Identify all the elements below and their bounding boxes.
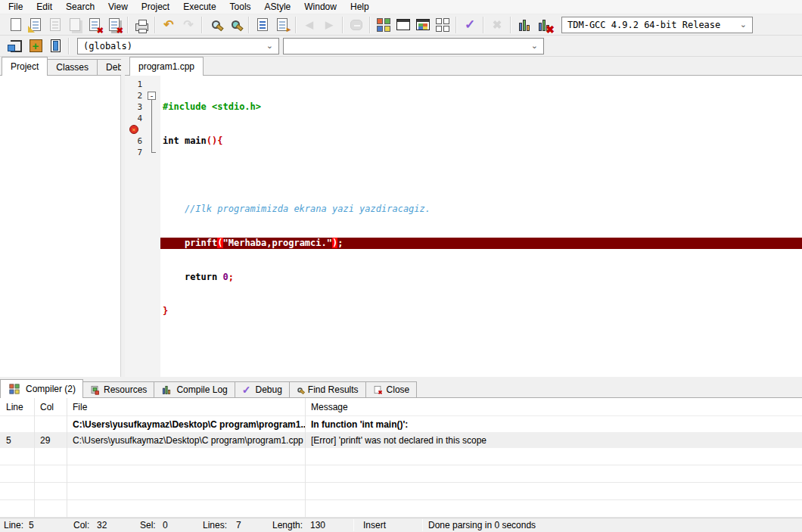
tab-debug-panel[interactable]: ✓ Debug [235, 381, 290, 397]
status-sel-label: Sel: [140, 520, 156, 530]
run-button[interactable] [393, 16, 413, 34]
tab-compiler[interactable]: Compiler (2) [0, 379, 83, 398]
goto-line-button[interactable] [253, 16, 272, 34]
undo-icon: ↶ [163, 19, 173, 31]
close-all-button[interactable]: ✖ [104, 16, 124, 34]
editor-tab-label: program1.cpp [138, 61, 194, 72]
delete-profiling-x-icon: ✖ [546, 24, 555, 35]
column-header-message[interactable]: Message [305, 402, 802, 412]
close-project-icon [11, 40, 22, 52]
back-button: ◀ [300, 16, 319, 34]
code-line-1: #include <stdio.h> [160, 101, 802, 113]
menu-help[interactable]: Help [343, 1, 376, 14]
globals-select[interactable]: (globals) ⌄ [77, 38, 279, 54]
profile-button[interactable] [514, 16, 534, 34]
syntax-check-button[interactable]: ✓ [460, 16, 480, 34]
abort-compilation-button: ✖ [487, 16, 507, 34]
remove-from-project-button[interactable] [45, 37, 65, 55]
remove-from-project-icon [51, 39, 61, 52]
cell-message: In function 'int main()': [305, 419, 802, 430]
save-button [45, 16, 65, 34]
undo-button[interactable]: ↶ [159, 16, 179, 34]
code-area[interactable]: #include <stdio.h> int main(){ //Ilk pro… [160, 76, 802, 377]
column-header-file[interactable]: File [67, 402, 305, 412]
main-toolbar: ✖ ✖ ↶ ↷ ▸ ◀ ▶ ✓ ✖ ✖ TDM-GCC 4.9.2 64-bit… [0, 14, 802, 36]
bottom-panel-tabs: Compiler (2) Resources Compile Log ✓ Deb… [0, 379, 802, 398]
compile-log-tab-icon [163, 385, 170, 394]
project-panel-tabs: Project Classes Debug [0, 57, 121, 76]
close-file-button[interactable]: ✖ [85, 16, 104, 34]
resources-tab-icon [92, 386, 98, 394]
empty-row [0, 465, 802, 483]
editor[interactable]: 1 2- 3 4 ✕ 6 7 #include <stdio.h> int ma… [125, 76, 802, 377]
editor-tabs: program1.cpp [125, 57, 802, 76]
tab-program1-cpp[interactable]: program1.cpp [129, 57, 204, 76]
status-bar: Line: 5 Col: 32 Sel: 0 Lines: 7 Length: … [0, 518, 802, 532]
line-number: 6 [125, 135, 145, 147]
tab-project[interactable]: Project [2, 57, 48, 76]
tab-find-results-label: Find Results [308, 384, 359, 395]
column-header-line[interactable]: Line [0, 402, 34, 412]
tab-compile-log-label: Compile Log [176, 384, 227, 395]
rebuild-all-button[interactable] [433, 16, 452, 34]
column-header-col[interactable]: Col [34, 402, 67, 412]
tab-find-results[interactable]: Find Results [289, 381, 366, 397]
status-insert-mode: Insert [363, 520, 386, 530]
table-row[interactable]: 5 29 C:\Users\yusufkaymaz\Desktop\C prog… [0, 432, 802, 448]
class-browser-toolbar: + (globals) ⌄ ⌄ [0, 36, 802, 57]
add-to-project-button[interactable]: + [26, 37, 45, 55]
line-number: ✕ [125, 124, 145, 135]
swap-header-source-button[interactable]: ▸ [272, 16, 292, 34]
compile-icon [377, 18, 390, 32]
compiler-select[interactable]: TDM-GCC 4.9.2 64-bit Release ⌄ [561, 17, 753, 33]
delete-profiling-button[interactable]: ✖ [534, 16, 554, 34]
compile-run-button[interactable] [413, 16, 433, 34]
menu-astyle[interactable]: AStyle [258, 1, 298, 14]
menu-project[interactable]: Project [135, 1, 176, 14]
menu-file[interactable]: File [2, 1, 30, 14]
fold-marker[interactable]: - [145, 90, 160, 101]
chevron-down-icon: ⌄ [266, 41, 273, 51]
open-file-icon [30, 18, 41, 31]
tab-compiler-label: Compiler (2) [26, 384, 76, 394]
member-select[interactable]: ⌄ [283, 38, 544, 54]
redo-icon: ↷ [183, 19, 193, 31]
open-file-button[interactable] [26, 16, 45, 34]
abort-compilation-icon: ✖ [493, 19, 502, 30]
new-file-button[interactable] [6, 16, 26, 34]
menu-execute[interactable]: Execute [176, 1, 222, 14]
add-to-project-icon: + [30, 39, 42, 52]
tab-close-panel-label: Close [387, 384, 410, 395]
compile-button[interactable] [374, 16, 393, 34]
status-line-label: Line: [4, 520, 23, 530]
rebuild-all-icon [436, 18, 449, 32]
status-col-value: 32 [97, 520, 107, 530]
line-number: 1 [125, 79, 145, 90]
tab-close-panel[interactable]: ✖ Close [365, 381, 418, 397]
tab-compile-log[interactable]: Compile Log [154, 381, 235, 397]
menu-window[interactable]: Window [297, 1, 343, 14]
print-button[interactable] [132, 16, 151, 34]
status-lines-label: Lines: [203, 520, 227, 530]
status-col-label: Col: [73, 520, 89, 530]
forward-icon: ▶ [325, 20, 333, 30]
replace-button[interactable] [225, 16, 245, 34]
compiler-output-table: Line Col File Message C:\Users\yusufkaym… [0, 398, 802, 518]
close-project-button[interactable] [6, 37, 26, 55]
menu-search[interactable]: Search [59, 1, 101, 14]
line-number: 7 [125, 147, 145, 158]
compiler-tab-icon [10, 384, 20, 394]
cell-file: C:\Users\yusufkaymaz\Desktop\C program\p… [67, 435, 305, 446]
code-line-5-error: prinft("Merhaba,programci."); [160, 238, 802, 249]
menu-edit[interactable]: Edit [30, 1, 59, 14]
menu-tools[interactable]: Tools [223, 1, 258, 14]
menu-bar: File Edit Search View Project Execute To… [0, 0, 802, 14]
menu-view[interactable]: View [101, 1, 135, 14]
globals-select-value: (globals) [83, 41, 132, 51]
tab-classes[interactable]: Classes [47, 59, 98, 75]
table-row[interactable]: C:\Users\yusufkaymaz\Desktop\C program\p… [0, 416, 802, 432]
project-tree[interactable] [0, 76, 121, 377]
tab-resources[interactable]: Resources [82, 381, 154, 397]
find-button[interactable] [206, 16, 225, 34]
line-number: 2 [125, 90, 145, 101]
